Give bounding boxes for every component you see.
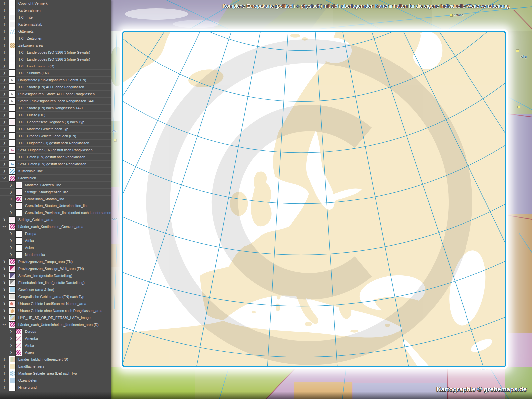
layer-thumbnail[interactable] [9,49,15,56]
chevron-right-icon[interactable]: ❯ [9,237,13,244]
layer-thumbnail[interactable] [9,384,15,391]
layer-label[interactable]: TXT_Ländernamen (D) [18,63,54,69]
layer-thumbnail[interactable] [9,84,15,90]
layer-thumbnail[interactable] [9,224,15,230]
layer-thumbnail[interactable] [16,335,22,342]
layer-row[interactable]: ❯TXT_Ländernamen (D) [0,63,111,70]
layer-label[interactable]: TXT_Maritime Gebiete nach Typ [18,126,68,132]
layer-label[interactable]: TXT_Hafen (EN) gestuft nach Rangklassen [18,154,85,160]
layer-thumbnail[interactable] [9,273,15,279]
layer-thumbnail[interactable] [9,0,15,7]
chevron-right-icon[interactable]: ❯ [3,377,6,384]
layer-label[interactable]: Europa [25,230,36,237]
layer-row[interactable]: ❯TXT_Urbane Gebiete LandScan (EN) [0,133,111,140]
layer-thumbnail[interactable] [16,349,22,356]
chevron-right-icon[interactable]: ❯ [3,0,6,7]
layer-thumbnail[interactable] [9,161,15,167]
layer-row[interactable]: ❯TXT_Städte (EN) nach Rangklassen 14-0 [0,105,111,112]
chevron-right-icon[interactable]: ❯ [3,98,6,104]
layer-label[interactable]: Gewässer (area & line) [18,286,54,293]
chevron-right-icon[interactable]: ❯ [9,196,13,202]
layer-thumbnail[interactable] [9,322,15,328]
layer-label[interactable]: Eisenbahnlinien_line (gestufte Darstellu… [18,279,85,286]
chevron-right-icon[interactable]: ❯ [9,349,13,356]
layer-thumbnail[interactable] [16,182,22,188]
layer-row[interactable]: ❯Grenzlinien_Staaten_Untereinheiten_line [0,202,111,209]
map-frame-panel[interactable] [122,31,506,367]
chevron-right-icon[interactable]: ❯ [3,14,6,21]
chevron-right-icon[interactable]: ❯ [3,70,6,76]
layer-thumbnail[interactable] [9,147,15,153]
chevron-right-icon[interactable]: ❯ [3,258,6,265]
layer-row[interactable]: ❯Grenzlinien [0,175,111,182]
layer-label[interactable]: TXT_Titel [18,14,33,21]
layer-row[interactable]: ❯TXT_Flughafen (D) gestuft nach Rangklas… [0,140,111,147]
layer-label[interactable]: Provinzgrenzen_Sonstige_Welt_area (EN) [18,265,84,272]
layer-row[interactable]: ❯TXT_Zeitzonen [0,35,111,42]
layer-thumbnail[interactable] [9,168,15,174]
layer-row[interactable]: ❯Maritime_Grenzen_line [0,182,111,189]
layer-label[interactable]: TXT_Zeitzonen [18,35,42,42]
chevron-right-icon[interactable]: ❯ [3,384,6,391]
chevron-right-icon[interactable]: ❯ [3,49,6,56]
layer-row[interactable]: ❯Städte_Punktsignaturen_nach Rangklassen… [0,98,111,105]
layer-thumbnail[interactable] [16,342,22,349]
chevron-right-icon[interactable]: ❯ [3,126,6,132]
layer-label[interactable]: Asien [25,349,34,356]
chevron-right-icon[interactable]: ❯ [3,370,6,377]
layer-row[interactable]: ❯Amerika [0,335,111,342]
layer-row[interactable]: ❯Asien [0,349,111,356]
layer-row[interactable]: ❯Punktsignaturen_Städte ALLE ohne Rangkl… [0,91,111,98]
chevron-right-icon[interactable]: ❯ [9,209,13,216]
chevron-right-icon[interactable]: ❯ [9,335,13,342]
layer-label[interactable]: Kartenrahmen [18,7,41,14]
layer-row[interactable]: ❯Hauptstädte (Punktsignaturen + Schrift_… [0,77,111,84]
layer-label[interactable]: SYM_Hafen (EN) gestuft nach Rangklassen [18,161,86,167]
layer-label[interactable]: TXT_Flughafen (D) gestuft nach Rangklass… [18,140,89,146]
layer-row[interactable]: ❯TXT_Ländercodes ISO-3166-2 (ohne Gewähr… [0,56,111,63]
layer-label[interactable]: Landfläche_aera [18,363,44,370]
layer-row[interactable]: ❯Copyright-Vermerk [0,0,111,7]
layer-thumbnail[interactable] [9,56,15,63]
layer-thumbnail[interactable] [9,301,15,307]
layer-thumbnail[interactable] [9,14,15,21]
layer-row[interactable]: ❯Asien [0,244,111,251]
layer-label[interactable]: Maritime Gebiete_area (DE) nach Typ [18,370,77,377]
layer-row[interactable]: ❯SYM_Hafen (EN) gestuft nach Rangklassen [0,161,111,168]
chevron-right-icon[interactable]: ❯ [3,77,6,83]
layer-thumbnail[interactable] [9,77,15,83]
layer-label[interactable]: Maritime_Grenzen_line [25,182,61,188]
layer-label[interactable]: Hintergrund [18,384,37,391]
layer-label[interactable]: TXT_Ländercodes ISO-3166-3 (ohne Gewähr) [18,49,90,56]
layer-label[interactable]: Städte_Punktsignaturen_nach Rangklassen … [18,98,94,104]
layer-thumbnail[interactable] [16,245,22,251]
chevron-right-icon[interactable]: ❯ [9,202,13,209]
layer-row[interactable]: ❯TXT_Ländercodes ISO-3166-3 (ohne Gewähr… [0,49,111,56]
layer-row[interactable]: ❯Afrika [0,237,111,244]
chevron-right-icon[interactable]: ❯ [3,307,6,314]
layer-row[interactable]: ❯Maritime Gebiete_area (DE) nach Typ [0,370,111,377]
layer-thumbnail[interactable] [16,329,22,335]
layer-row[interactable]: ❯TXT_Städte (EN) ALLE ohne Rangklassen [0,84,111,91]
layer-label[interactable]: Amerika [25,335,38,342]
layer-label[interactable]: TXT_Städte (EN) nach Rangklassen 14-0 [18,105,83,111]
layer-thumbnail[interactable] [9,217,15,223]
layer-label[interactable]: Straßen_line (gestufte Darstellung) [18,272,72,279]
chevron-right-icon[interactable]: ❯ [3,28,6,35]
layer-row[interactable]: ❯Nordamerika [0,251,111,258]
chevron-right-icon[interactable]: ❯ [3,42,6,49]
layer-label[interactable]: Länder_farblich_differenziert (D) [18,356,68,363]
chevron-right-icon[interactable]: ❯ [3,154,6,160]
layer-label[interactable]: Geografische Gebiete_area (EN) nach Typ [18,293,84,300]
layer-row[interactable]: ❯Zeitzonen_area [0,42,111,49]
layer-row[interactable]: ❯Grenzlinien_Staaten_line [0,196,111,202]
layer-label[interactable]: Nordamerika [25,251,45,258]
layer-row[interactable]: ❯TXT_Hafen (EN) gestuft nach Rangklassen [0,154,111,161]
layer-thumbnail[interactable] [9,259,15,265]
layer-thumbnail[interactable] [16,210,22,216]
layer-row[interactable]: ❯Küstenlinie_line [0,168,111,175]
layer-label[interactable]: Hauptstädte (Punktsignaturen + Schrift_E… [18,77,86,83]
layer-row[interactable]: ❯Geografische Gebiete_area (EN) nach Typ [0,293,111,300]
layer-label[interactable]: TXT_Urbane Gebiete LandScan (EN) [18,133,76,139]
chevron-right-icon[interactable]: ❯ [3,105,6,111]
